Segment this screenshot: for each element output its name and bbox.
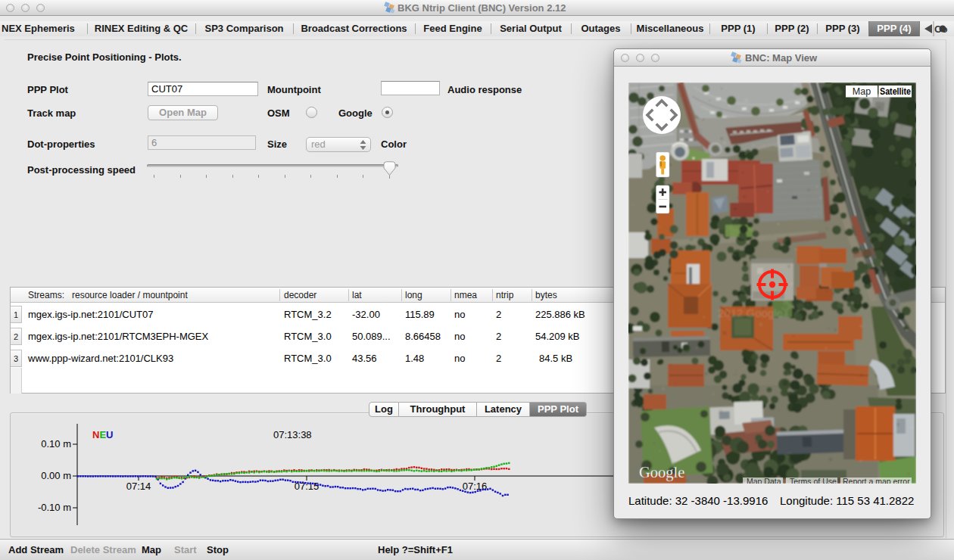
svg-text:2012 Google: 2012 Google (718, 306, 783, 319)
svg-text:Map Data: Map Data (747, 477, 781, 484)
svg-text:Google: Google (639, 464, 684, 481)
svg-text:07:14: 07:14 (126, 481, 151, 492)
svg-text:0.00 m: 0.00 m (41, 470, 71, 481)
svg-text:Report a map error: Report a map error (843, 477, 910, 484)
svg-text:-0.10 m: -0.10 m (38, 502, 71, 513)
svg-text:U: U (106, 429, 113, 440)
svg-text:07:13:38: 07:13:38 (273, 429, 312, 440)
svg-text:Map: Map (853, 86, 871, 97)
svg-text:N: N (92, 429, 99, 440)
svg-text:Satellite: Satellite (880, 86, 911, 97)
svg-text:Terms of Use: Terms of Use (790, 477, 837, 484)
svg-text:0.10 m: 0.10 m (41, 438, 71, 450)
